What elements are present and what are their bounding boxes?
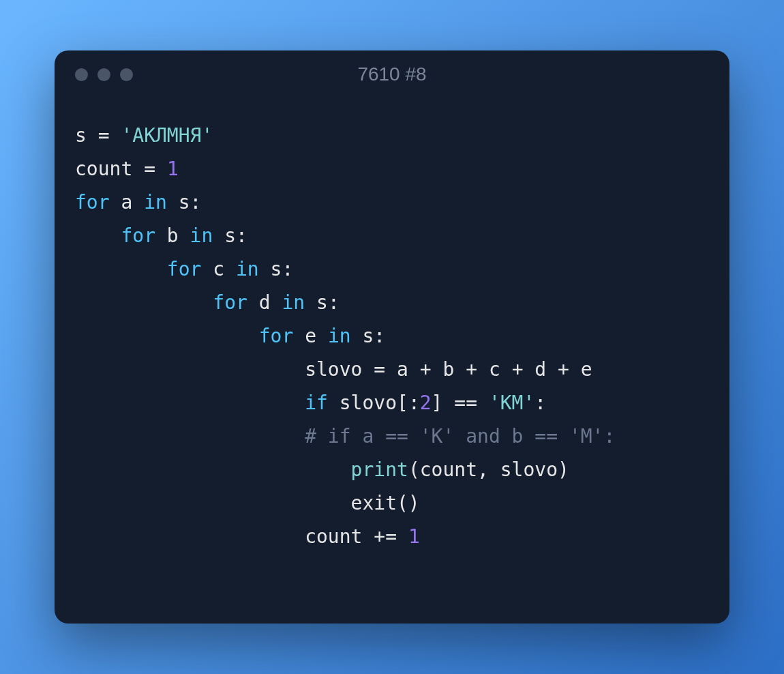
code-token: if bbox=[305, 392, 328, 414]
code-token: s bbox=[75, 124, 98, 147]
code-area[interactable]: s = 'АКЛМНЯ'count = 1for a in s: for b i… bbox=[55, 98, 729, 574]
code-token: a bbox=[385, 358, 420, 381]
code-token: for bbox=[121, 224, 155, 247]
code-token: s bbox=[213, 224, 236, 247]
code-token: in bbox=[282, 291, 305, 314]
code-token: in bbox=[236, 258, 259, 280]
code-token: 2 bbox=[420, 392, 432, 414]
code-token: : bbox=[328, 291, 340, 314]
code-token bbox=[397, 525, 408, 548]
code-token: : bbox=[190, 191, 202, 214]
code-token bbox=[477, 392, 489, 414]
code-token: + bbox=[420, 358, 432, 381]
code-token: c bbox=[201, 258, 236, 280]
code-token: s bbox=[305, 291, 328, 314]
code-token: 'АКЛМНЯ' bbox=[121, 124, 213, 147]
code-token: exit bbox=[351, 492, 397, 514]
code-token: : bbox=[374, 325, 385, 347]
code-token: e bbox=[293, 325, 328, 347]
code-line: for d in s: bbox=[75, 286, 709, 319]
code-token: for bbox=[167, 258, 202, 280]
code-token bbox=[110, 124, 121, 147]
code-token: s bbox=[259, 258, 282, 280]
code-token: in bbox=[190, 224, 213, 247]
code-token: , bbox=[477, 458, 489, 481]
code-token: slovo bbox=[489, 458, 558, 481]
editor-window: 7610 #8 s = 'АКЛМНЯ'count = 1for a in s:… bbox=[55, 50, 729, 624]
traffic-lights bbox=[75, 68, 133, 81]
code-token: == bbox=[454, 392, 477, 414]
code-token bbox=[155, 158, 167, 180]
code-token: : bbox=[534, 392, 546, 414]
code-token: d bbox=[523, 358, 558, 381]
code-token: count bbox=[305, 525, 374, 548]
code-token: = bbox=[144, 158, 155, 180]
code-token: for bbox=[259, 325, 294, 347]
code-token: ( bbox=[408, 458, 420, 481]
code-token: for bbox=[75, 191, 110, 214]
code-token: slovo bbox=[328, 392, 397, 414]
code-token: in bbox=[328, 325, 351, 347]
code-token: + bbox=[558, 358, 569, 381]
maximize-icon[interactable] bbox=[120, 68, 133, 81]
code-line: for b in s: bbox=[75, 219, 709, 252]
close-icon[interactable] bbox=[75, 68, 88, 81]
code-line: s = 'АКЛМНЯ' bbox=[75, 119, 709, 152]
code-token: [: bbox=[397, 392, 420, 414]
code-token: for bbox=[213, 291, 247, 314]
code-token: in bbox=[144, 191, 167, 214]
code-line: # if a == 'К' and b == 'М': bbox=[75, 420, 709, 453]
code-line: for c in s: bbox=[75, 252, 709, 286]
code-token: + bbox=[466, 358, 477, 381]
code-token: 'КМ' bbox=[489, 392, 534, 414]
code-token: c bbox=[477, 358, 512, 381]
code-token: print bbox=[351, 458, 408, 481]
code-line: count = 1 bbox=[75, 152, 709, 186]
code-token: : bbox=[236, 224, 247, 247]
code-token: a bbox=[110, 191, 145, 214]
code-token: ) bbox=[558, 458, 569, 481]
code-token: # if a == 'К' and b == 'М': bbox=[305, 425, 615, 448]
code-line: for e in s: bbox=[75, 319, 709, 353]
code-token: () bbox=[397, 492, 420, 514]
code-token: ] bbox=[432, 392, 443, 414]
code-token: b bbox=[155, 224, 190, 247]
code-token: b bbox=[432, 358, 466, 381]
code-token bbox=[442, 392, 454, 414]
code-token: count bbox=[420, 458, 477, 481]
code-token: : bbox=[282, 258, 293, 280]
minimize-icon[interactable] bbox=[97, 68, 110, 81]
window-title: 7610 #8 bbox=[357, 63, 426, 85]
code-token: += bbox=[374, 525, 397, 548]
code-line: count += 1 bbox=[75, 520, 709, 553]
code-token: 1 bbox=[408, 525, 420, 548]
code-token: = bbox=[98, 124, 110, 147]
code-token: slovo bbox=[305, 358, 374, 381]
code-token: = bbox=[374, 358, 385, 381]
code-token: 1 bbox=[167, 158, 179, 180]
code-token: s bbox=[167, 191, 190, 214]
code-token: d bbox=[247, 291, 282, 314]
code-line: for a in s: bbox=[75, 186, 709, 219]
titlebar: 7610 #8 bbox=[55, 50, 729, 98]
code-token: + bbox=[512, 358, 524, 381]
code-line: slovo = a + b + c + d + e bbox=[75, 353, 709, 386]
code-line: exit() bbox=[75, 486, 709, 520]
code-line: print(count, slovo) bbox=[75, 453, 709, 486]
code-line: if slovo[:2] == 'КМ': bbox=[75, 386, 709, 420]
code-token: s bbox=[351, 325, 374, 347]
code-token: e bbox=[569, 358, 592, 381]
code-token: count bbox=[75, 158, 144, 180]
